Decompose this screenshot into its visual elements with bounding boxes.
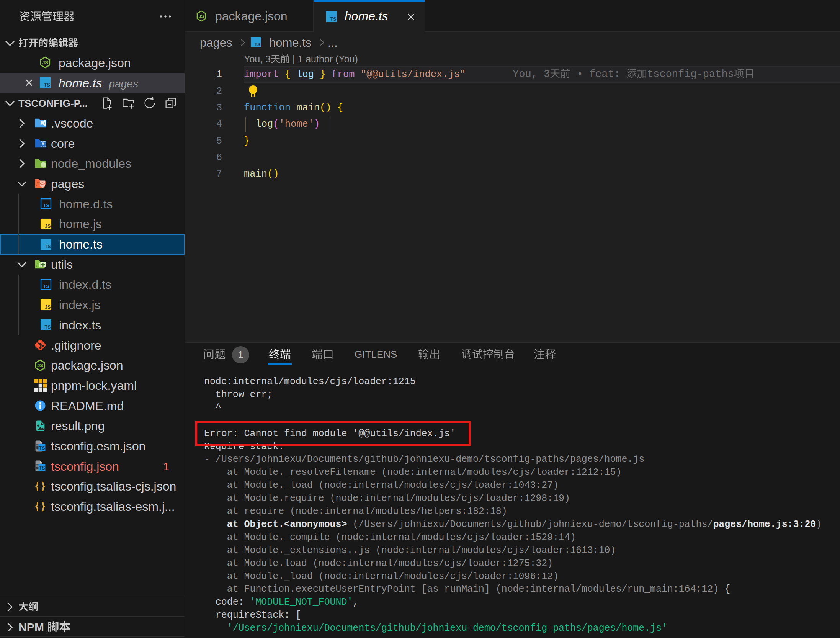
svg-text:JS: JS xyxy=(42,60,48,65)
svg-text:TS: TS xyxy=(330,16,337,22)
svg-text:TS: TS xyxy=(44,82,50,88)
svg-text:<>: <> xyxy=(40,182,45,186)
svg-text:JS: JS xyxy=(199,14,204,19)
svg-text:TS: TS xyxy=(39,465,45,471)
svg-text:TS: TS xyxy=(45,244,51,249)
svg-text:TS: TS xyxy=(255,42,260,47)
svg-text:JS: JS xyxy=(45,304,51,310)
svg-text:JS: JS xyxy=(45,224,51,229)
svg-text:TS: TS xyxy=(43,284,49,289)
svg-text:TS: TS xyxy=(39,445,45,451)
svg-text:TS: TS xyxy=(45,325,51,330)
svg-text:TS: TS xyxy=(43,203,49,208)
svg-text:JS: JS xyxy=(37,363,43,368)
